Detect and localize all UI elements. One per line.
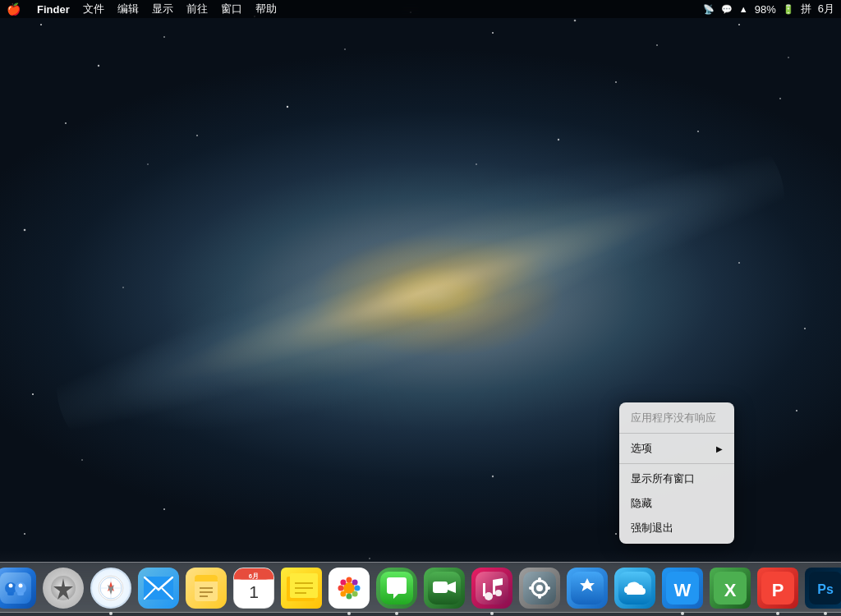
edit-menu[interactable]: 编辑 xyxy=(117,2,139,16)
view-menu[interactable]: 显示 xyxy=(152,2,173,16)
context-options-label: 选项 xyxy=(631,441,652,456)
dock-facetime[interactable] xyxy=(422,566,466,610)
apple-menu[interactable]: 🍎 xyxy=(7,2,21,16)
dock-photos[interactable] xyxy=(327,566,371,610)
svg-point-70 xyxy=(340,579,346,585)
menubar: 🍎 Finder 文件 编辑 显示 前往 窗口 帮助 📡 💬 ▲ 98% 🔋 拼… xyxy=(0,0,841,18)
svg-rect-87 xyxy=(538,577,541,582)
menubar-left: 🍎 Finder 文件 编辑 显示 前往 窗口 帮助 xyxy=(7,2,703,16)
svg-point-18 xyxy=(122,287,123,287)
svg-point-73 xyxy=(352,579,358,585)
photoshop-dot xyxy=(824,612,827,615)
svg-text:W: W xyxy=(674,580,692,600)
svg-point-16 xyxy=(779,98,781,99)
dock-excel[interactable]: X xyxy=(708,566,752,610)
svg-point-0 xyxy=(40,24,42,25)
dock-safari[interactable] xyxy=(89,566,133,610)
dock-preferences[interactable] xyxy=(517,566,562,610)
word-dot xyxy=(681,612,684,615)
battery-percent: 98% xyxy=(755,3,776,16)
dock-stickies[interactable] xyxy=(279,566,324,610)
dock-mail[interactable] xyxy=(136,566,181,610)
svg-point-36 xyxy=(19,584,23,588)
svg-point-69 xyxy=(355,586,361,591)
svg-rect-89 xyxy=(529,586,534,590)
svg-text:P: P xyxy=(772,580,784,600)
dock-photoshop[interactable]: Ps xyxy=(803,566,841,610)
photos-dot xyxy=(347,612,351,615)
battery-icon[interactable]: 🔋 xyxy=(783,4,794,15)
dock-messages[interactable] xyxy=(375,566,419,610)
excel-icon: X xyxy=(710,568,751,609)
dock-finder[interactable] xyxy=(0,566,38,610)
context-show-windows[interactable]: 显示所有窗口 xyxy=(619,467,734,491)
svg-point-71 xyxy=(352,591,358,597)
app-name-menu[interactable]: Finder xyxy=(37,3,70,16)
svg-rect-37 xyxy=(7,592,14,595)
svg-point-29 xyxy=(196,135,198,136)
launchpad-icon xyxy=(43,568,84,609)
svg-point-25 xyxy=(796,410,797,411)
svg-rect-61 xyxy=(290,573,318,598)
date-display[interactable]: 6月 xyxy=(818,2,834,16)
svg-point-22 xyxy=(81,459,83,461)
dock-launchpad[interactable] xyxy=(41,566,85,610)
help-menu[interactable]: 帮助 xyxy=(255,2,277,16)
svg-point-6 xyxy=(492,32,494,34)
svg-point-66 xyxy=(347,577,352,583)
word-icon: W xyxy=(662,568,703,609)
file-menu[interactable]: 文件 xyxy=(83,2,104,16)
svg-point-19 xyxy=(738,262,740,264)
svg-point-24 xyxy=(492,476,494,477)
messages-icon xyxy=(376,568,417,609)
svg-rect-38 xyxy=(17,592,24,595)
svg-point-80 xyxy=(495,590,502,596)
notes-icon xyxy=(186,568,227,609)
go-menu[interactable]: 前往 xyxy=(186,2,208,16)
svg-point-30 xyxy=(476,163,477,165)
svg-point-12 xyxy=(147,163,149,165)
messages-dot xyxy=(395,612,398,615)
svg-point-2 xyxy=(163,36,165,38)
svg-point-17 xyxy=(24,229,26,232)
svg-rect-51 xyxy=(195,580,218,582)
svg-point-4 xyxy=(344,48,345,49)
svg-point-1 xyxy=(98,65,99,67)
svg-rect-78 xyxy=(476,572,508,605)
svg-point-67 xyxy=(347,594,352,600)
dock-powerpoint[interactable]: P xyxy=(756,566,800,610)
wifi-icon[interactable]: ▲ xyxy=(739,4,748,14)
svg-point-31 xyxy=(558,139,559,140)
svg-point-15 xyxy=(697,131,699,132)
appstore-icon xyxy=(567,568,608,609)
dock-appstore[interactable] xyxy=(565,566,609,610)
svg-point-14 xyxy=(615,81,617,83)
svg-point-68 xyxy=(338,586,344,591)
icloud-icon xyxy=(614,568,655,609)
svg-point-79 xyxy=(485,592,493,600)
dock-calendar[interactable]: 6月 1 xyxy=(232,566,276,610)
context-force-quit[interactable]: 强制退出 xyxy=(619,516,734,540)
context-separator-2 xyxy=(619,463,734,464)
photoshop-icon: Ps xyxy=(805,568,841,609)
airdrop-icon[interactable]: 📡 xyxy=(703,4,715,15)
svg-point-9 xyxy=(738,24,740,25)
window-menu[interactable]: 窗口 xyxy=(221,2,242,16)
svg-rect-90 xyxy=(545,586,550,590)
wechat-icon[interactable]: 💬 xyxy=(721,4,733,15)
dock-notes[interactable] xyxy=(184,566,228,610)
dock-icloud[interactable] xyxy=(613,566,657,610)
dock-music[interactable] xyxy=(470,566,514,610)
svg-rect-76 xyxy=(433,582,448,593)
context-menu: 应用程序没有响应 选项 ▶ 显示所有窗口 隐藏 强制退出 xyxy=(619,402,734,544)
powerpoint-dot xyxy=(776,612,779,615)
context-options[interactable]: 选项 ▶ xyxy=(619,436,734,461)
dock: 6月 1 xyxy=(0,550,841,616)
svg-rect-88 xyxy=(538,594,541,599)
dock-word[interactable]: W xyxy=(660,566,705,610)
svg-point-72 xyxy=(340,591,346,597)
input-method[interactable]: 拼 xyxy=(801,2,811,16)
context-no-response: 应用程序没有响应 xyxy=(619,406,734,430)
powerpoint-icon: P xyxy=(757,568,798,609)
context-hide[interactable]: 隐藏 xyxy=(619,491,734,516)
